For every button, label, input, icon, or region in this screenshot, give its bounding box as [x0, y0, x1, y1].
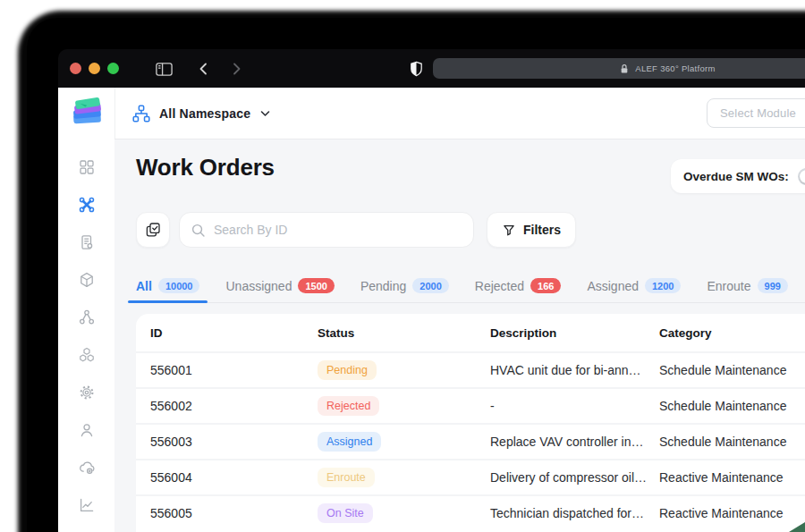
column-header-status: Status: [318, 326, 490, 340]
search-icon: [191, 223, 206, 238]
address-bar[interactable]: ALEF 360° Platform: [433, 58, 805, 79]
privacy-shield-icon[interactable]: [406, 59, 426, 79]
namespace-selector[interactable]: All Namespace: [131, 88, 270, 139]
cell-category: Schedule Maintenance: [659, 363, 805, 377]
status-badge: Rejected: [318, 396, 379, 416]
status-badge: Assigned: [318, 432, 381, 452]
search-box: [179, 212, 474, 248]
overdue-toggle-card: Overdue SM WOs:: [671, 159, 805, 193]
cell-category: Reactive Maintenance: [659, 506, 805, 520]
module-select-placeholder: Select Module: [720, 106, 796, 120]
status-badge: Pending: [318, 360, 377, 380]
toggle-knob: [800, 170, 805, 183]
cell-id: 556003: [150, 435, 318, 449]
tab-count-badge: 10000: [158, 278, 200, 293]
sidebar-item-hierarchy[interactable]: [78, 308, 96, 326]
sidebar-item-cloud-sync[interactable]: [78, 459, 96, 477]
sidebar-item-dashboard[interactable]: [78, 158, 96, 176]
tab-count-badge: 166: [530, 278, 561, 293]
chevron-down-icon: [260, 110, 270, 117]
minimize-window-button[interactable]: [89, 63, 100, 74]
tab-label: Enroute: [707, 279, 750, 293]
cell-id: 556004: [150, 470, 318, 485]
page-title: Work Orders: [136, 154, 275, 182]
cell-category: Reactive Maintenance: [659, 470, 805, 485]
table-row[interactable]: 556005 On Site Technician dispatched for…: [136, 494, 805, 530]
sidebar-item-work-orders[interactable]: [78, 196, 96, 214]
cell-description: Delivery of compressor oil…: [490, 470, 659, 485]
zoom-window-button[interactable]: [107, 63, 119, 74]
column-header-category: Category: [659, 326, 805, 340]
tab-label: All: [136, 279, 152, 293]
cell-id: 556002: [150, 399, 318, 413]
cell-description: Replace VAV controller in…: [490, 435, 659, 449]
tab-rejected[interactable]: Rejected 166: [475, 269, 562, 302]
table-row[interactable]: 556002 Rejected - Schedule Maintenance: [136, 387, 805, 423]
app-logo[interactable]: [69, 95, 106, 131]
filter-funnel-icon: [502, 223, 516, 238]
header-divider: [114, 88, 115, 139]
tab-pending[interactable]: Pending 2000: [360, 269, 449, 302]
address-bar-text: ALEF 360° Platform: [635, 63, 715, 73]
column-header-id: ID: [150, 326, 318, 340]
tab-label: Assigned: [587, 279, 639, 293]
lock-icon: [620, 63, 629, 74]
work-orders-table: ID Status Description Category 556001 Pe…: [136, 314, 805, 532]
back-icon[interactable]: [194, 59, 214, 79]
main-content: Work Orders Overdue SM WOs:: [114, 139, 805, 532]
cell-id: 556005: [150, 506, 318, 520]
namespace-icon: [131, 104, 151, 123]
table-row[interactable]: 556003 Assigned Replace VAV controller i…: [136, 423, 805, 459]
sidebar-item-assets[interactable]: [78, 271, 96, 289]
table-header-row: ID Status Description Category: [136, 314, 805, 351]
sidebar-item-documents[interactable]: [78, 233, 96, 251]
status-badge: Enroute: [318, 468, 375, 487]
table-row[interactable]: 556004 Enroute Delivery of compressor oi…: [136, 459, 805, 494]
close-window-button[interactable]: [70, 63, 81, 74]
tab-unassigned[interactable]: Unassigned 1500: [225, 269, 334, 302]
sidebar-item-users[interactable]: [78, 421, 96, 439]
sidebar: [58, 139, 114, 532]
tab-label: Rejected: [475, 279, 524, 293]
browser-chrome-bar: ALEF 360° Platform: [58, 49, 805, 88]
app-root: All Namespace Select Module: [58, 88, 805, 532]
sidebar-item-analytics[interactable]: [78, 496, 96, 514]
filters-label: Filters: [523, 223, 561, 237]
column-header-description: Description: [490, 326, 659, 340]
cell-category: Schedule Maintenance: [659, 399, 805, 413]
tab-label: Pending: [360, 279, 406, 293]
cell-description: Technician dispatched for…: [490, 506, 659, 520]
app-body: Work Orders Overdue SM WOs:: [58, 139, 805, 532]
tab-enroute[interactable]: Enroute 999: [707, 269, 787, 302]
cell-id: 556001: [150, 363, 318, 377]
cell-description: -: [490, 399, 659, 413]
tab-all[interactable]: All 10000: [136, 269, 199, 302]
forward-icon[interactable]: [226, 59, 246, 79]
cell-description: HVAC unit due for bi-ann…: [490, 363, 659, 377]
screenshot-stage: ALEF 360° Platform: [0, 0, 805, 532]
tab-assigned[interactable]: Assigned 1200: [587, 269, 681, 302]
namespace-label: All Namespace: [159, 106, 250, 121]
tab-count-badge: 1200: [645, 278, 681, 293]
table-row[interactable]: 556001 Pending HVAC unit due for bi-ann……: [136, 351, 805, 387]
sidebar-item-modules[interactable]: [78, 346, 96, 364]
bulk-select-icon: [144, 221, 162, 239]
tab-count-badge: 999: [758, 278, 788, 293]
tab-count-badge: 2000: [412, 278, 448, 293]
tab-count-badge: 1500: [298, 278, 334, 293]
cell-category: Schedule Maintenance: [659, 435, 805, 449]
bulk-select-button[interactable]: [136, 212, 170, 248]
overdue-toggle-switch[interactable]: [798, 168, 805, 185]
search-input[interactable]: [214, 223, 462, 237]
browser-window: ALEF 360° Platform: [58, 49, 805, 532]
module-select[interactable]: Select Module: [707, 98, 805, 128]
overdue-toggle-label: Overdue SM WOs:: [683, 170, 789, 183]
filters-button[interactable]: Filters: [487, 212, 576, 248]
browser-sidebar-toggle-icon[interactable]: [154, 59, 174, 79]
status-tabs: All 10000 Unassigned 1500 Pending 2000: [136, 269, 805, 303]
app-header: All Namespace Select Module: [58, 88, 805, 139]
sidebar-item-settings[interactable]: [78, 384, 96, 401]
status-badge: On Site: [318, 503, 373, 523]
tab-label: Unassigned: [225, 279, 292, 293]
